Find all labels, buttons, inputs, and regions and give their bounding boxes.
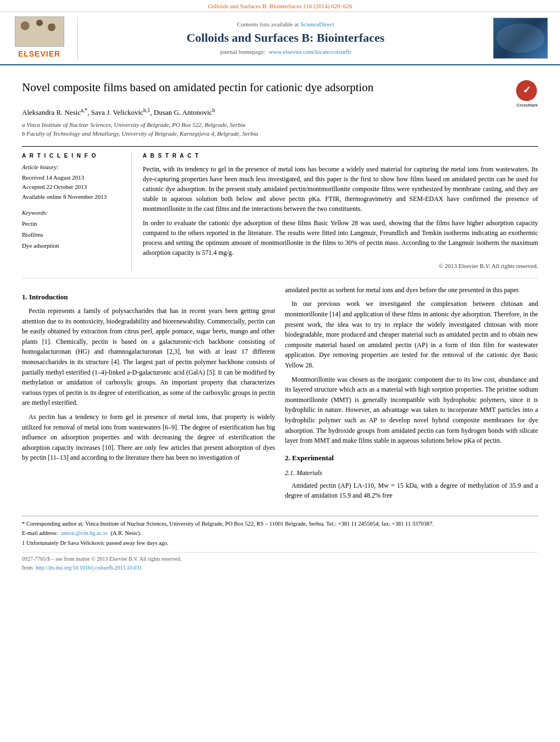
doi-link[interactable]: http://dx.doi.org/10.1016/j.colsurfb.201…: [36, 565, 142, 571]
journal-cover: [493, 16, 553, 60]
keyword-2: Biofilms: [22, 230, 124, 241]
elsevier-wordmark: ELSEVIER: [18, 49, 60, 60]
doi-line: from http://dx.doi.org/10.1016/j.colsurf…: [22, 564, 538, 572]
journal-bar: Colloids and Surfaces B: Biointerfaces 1…: [0, 0, 560, 12]
body-right-para-4: Amidated pectin (AP) LA-110, Mw = 15 kDa…: [285, 481, 538, 501]
body-section: 1. Introduction Pectin represents a fami…: [22, 278, 538, 505]
affiliation-b: b Faculty of Technology and Metallurgy, …: [22, 129, 538, 138]
affiliations: a Vinca Institute of Nuclear Sciences, U…: [22, 120, 538, 138]
keyword-1: Pectin: [22, 219, 124, 230]
date-accepted: Accepted 22 October 2013: [22, 182, 124, 192]
author3-sup: b: [212, 107, 215, 113]
corresponding-note: * Corresponding author at: Vinca Institu…: [22, 520, 538, 528]
copyright-notice: © 2013 Elsevier B.V. All rights reserved…: [143, 262, 538, 270]
header-section: ELSEVIER Contents lists available at Sci…: [0, 12, 560, 65]
author1-name: Aleksandra R. Nesic: [22, 108, 81, 116]
abstract-paragraph-1: Pectin, with its tendency to gel in the …: [143, 164, 538, 214]
history-block: Article history: Received 14 August 2013…: [22, 163, 124, 202]
info-abstract-section: A R T I C L E I N F O Article history: R…: [22, 146, 538, 270]
article-title: Novel composite films based on amidated …: [22, 80, 508, 95]
date-available: Available online 8 November 2013: [22, 192, 124, 202]
article-title-section: Novel composite films based on amidated …: [22, 80, 538, 102]
body-right-para-1: amidated pectin as sorbent for metal ion…: [285, 285, 538, 295]
author2-sup: b,1: [143, 107, 150, 113]
abstract-text: Pectin, with its tendency to gel in the …: [143, 164, 538, 258]
footnote-1: 1 Unfortunately Dr Sava Velickovic passe…: [22, 539, 538, 548]
crossmark-badge: ✓ CrossMark: [516, 80, 538, 102]
body-left-column: 1. Introduction Pectin represents a fami…: [22, 285, 275, 505]
subsection-21-heading: 2.1. Materials: [285, 468, 538, 478]
author3-name: , Dusan G. Antonovic: [150, 108, 212, 116]
affiliation-a: a Vinca Institute of Nuclear Sciences, U…: [22, 120, 538, 130]
section2-heading: 2. Experimental: [285, 453, 538, 464]
homepage-url[interactable]: www.elsevier.com/locate/colsurfb: [269, 48, 351, 55]
cover-image: [493, 18, 548, 59]
section1-heading: 1. Introduction: [22, 292, 275, 303]
abstract-paragraph-2: In order to evaluate the cationic dye ad…: [143, 218, 538, 258]
author1-sup: a,*: [81, 107, 87, 113]
history-label: Article history:: [22, 163, 124, 171]
doi-from-text: from: [22, 565, 32, 571]
body-right-para-3: Montmorillonite was chosen as the inorga…: [285, 375, 538, 446]
author2-name: , Sava J. Velickovic: [87, 108, 143, 116]
article-info-title: A R T I C L E I N F O: [22, 152, 124, 160]
keywords-block: Keywords: Pectin Biofilms Dye adsorption: [22, 209, 124, 252]
abstract-title: A B S T R A C T: [143, 152, 538, 160]
journal-main-title: Colloids and Surfaces B: Biointerfaces: [187, 31, 385, 45]
science-direct-link[interactable]: ScienceDirect: [300, 21, 334, 27]
authors-line: Aleksandra R. Nesica,*, Sava J. Velickov…: [22, 107, 538, 118]
elsevier-image: [15, 16, 64, 47]
abstract-panel: A B S T R A C T Pectin, with its tendenc…: [143, 152, 538, 270]
issn-line: 0927-7765/$ – see front matter © 2013 El…: [22, 555, 538, 563]
article-info-panel: A R T I C L E I N F O Article history: R…: [22, 152, 132, 270]
footer-notes: * Corresponding author at: Vinca Institu…: [22, 516, 538, 548]
journal-citation: Colloids and Surfaces B: Biointerfaces 1…: [208, 3, 352, 9]
keyword-3: Dye adsorption: [22, 241, 124, 252]
body-para-1: Pectin represents a family of polysaccha…: [22, 306, 275, 408]
body-right-column: amidated pectin as sorbent for metal ion…: [285, 285, 538, 505]
body-para-2: As pectin has a tendency to form gel in …: [22, 412, 275, 463]
contents-available: Contents lists available at ScienceDirec…: [237, 20, 334, 29]
crossmark-circle: ✓: [516, 80, 537, 101]
email-line: E-mail address: anesic@vin.bg.ac.rs (A.R…: [22, 529, 538, 538]
body-right-para-2: In our previous work we investigated the…: [285, 299, 538, 370]
bottom-bar: 0927-7765/$ – see front matter © 2013 El…: [22, 552, 538, 572]
publisher-logo: ELSEVIER: [7, 16, 78, 60]
keywords-label: Keywords:: [22, 209, 124, 217]
email-label: E-mail address:: [22, 530, 58, 536]
date-received: Received 14 August 2013: [22, 173, 124, 183]
email-name: (A.R. Nesic).: [110, 530, 141, 536]
homepage-line: journal homepage: www.elsevier.com/locat…: [220, 48, 351, 56]
email-address[interactable]: anesic@vin.bg.ac.rs: [61, 530, 108, 536]
journal-title-block: Contents lists available at ScienceDirec…: [85, 16, 486, 60]
